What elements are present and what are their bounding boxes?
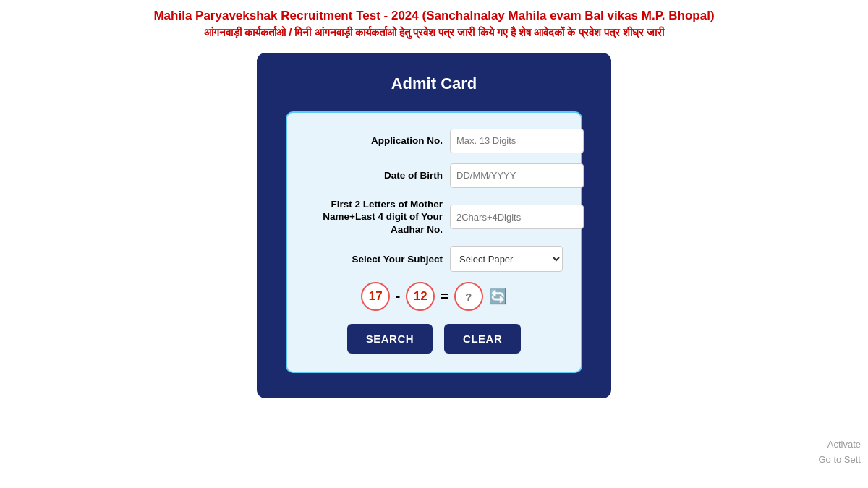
subject-label: Select Your Subject (305, 253, 450, 266)
buttons-row: SEARCH CLEAR (305, 324, 563, 354)
captcha-answer-box[interactable] (454, 282, 483, 311)
mother-name-label: First 2 Letters of Mother Name+Last 4 di… (305, 198, 450, 236)
admit-card-heading: Admit Card (286, 74, 582, 93)
form-box: Application No. Date of Birth First 2 Le… (286, 111, 582, 374)
dob-row: Date of Birth (305, 163, 563, 188)
dob-label: Date of Birth (305, 169, 450, 182)
captcha-answer-input[interactable] (458, 291, 480, 303)
search-button[interactable]: SEARCH (347, 324, 433, 354)
refresh-icon[interactable]: 🔄 (489, 288, 507, 305)
mother-name-row: First 2 Letters of Mother Name+Last 4 di… (305, 198, 563, 236)
captcha-number-1: 17 (361, 282, 390, 311)
application-no-row: Application No. (305, 129, 563, 153)
captcha-row: 17 - 12 = 🔄 (305, 282, 563, 311)
mother-name-input[interactable] (450, 205, 584, 229)
dob-input[interactable] (450, 163, 584, 188)
admit-card-panel: Admit Card Application No. Date of Birth… (257, 53, 611, 399)
captcha-equals: = (441, 289, 448, 304)
activate-watermark: Activate Go to Sett (818, 437, 861, 468)
captcha-number-2: 12 (406, 282, 435, 311)
application-no-input[interactable] (450, 129, 584, 153)
header-section: Mahila Paryavekshak Recruitment Test - 2… (0, 0, 868, 46)
main-content: Admit Card Application No. Date of Birth… (0, 46, 868, 399)
clear-button[interactable]: CLEAR (444, 324, 521, 354)
activate-line1: Activate (818, 437, 861, 453)
captcha-operator: - (396, 289, 400, 304)
activate-line2: Go to Sett (818, 453, 861, 468)
application-no-label: Application No. (305, 134, 450, 147)
header-subtitle: आंगनवाड़ी कार्यकर्ताओ / मिनी आंगनवाड़ी क… (14, 25, 854, 40)
subject-select[interactable]: Select Paper Paper 1 Paper 2 Paper 3 (450, 246, 563, 272)
subject-row: Select Your Subject Select Paper Paper 1… (305, 246, 563, 272)
header-title: Mahila Paryavekshak Recruitment Test - 2… (14, 7, 854, 25)
